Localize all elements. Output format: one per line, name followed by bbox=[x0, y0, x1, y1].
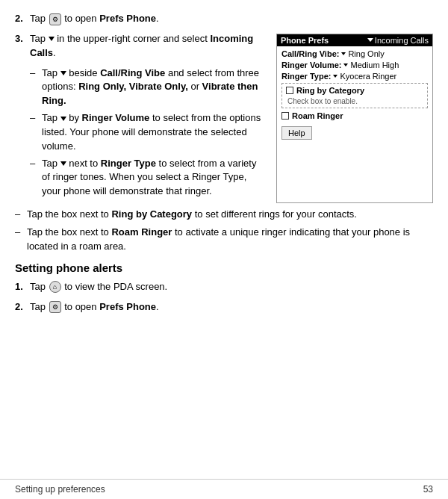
section-heading: Setting phone alerts bbox=[15, 261, 433, 274]
home-icon: ⌂ bbox=[49, 281, 61, 293]
section2-step2-block: 2. Tap ⚙ to open Prefs Phone. bbox=[15, 300, 433, 314]
roam-ringer-row: Roam Ringer bbox=[281, 111, 428, 120]
dash-item-5: – Tap the box next to Roam Ringer to act… bbox=[15, 226, 433, 254]
call-ring-vibe-row: Call/Ring Vibe: Ring Only bbox=[281, 49, 428, 58]
step-2-block: 2. Tap ⚙ to open Prefs Phone. bbox=[15, 12, 433, 26]
sub-content-1: Tap beside Call/Ring Vibe and select fro… bbox=[42, 66, 264, 109]
gear-icon: ⚙ bbox=[49, 13, 61, 25]
call-ring-value-text: Ring Only bbox=[348, 49, 384, 58]
sub-dash-2: – bbox=[30, 111, 42, 154]
call-ring-dropdown bbox=[341, 52, 346, 55]
sub-steps: – Tap beside Call/Ring Vibe and select f… bbox=[30, 66, 264, 199]
footer-right: 53 bbox=[423, 484, 433, 495]
ringer-volume-label: Ringer Volume: bbox=[281, 61, 341, 69]
phone-prefs-box: Phone Prefs Incoming Calls Call/Ring Vib… bbox=[276, 34, 433, 203]
ringer-type-dropdown bbox=[333, 75, 337, 78]
ringer-type-value: Kyocera Ringer bbox=[333, 72, 396, 81]
section2-step1-text: Tap ⌂ to view the PDA screen. bbox=[30, 280, 433, 294]
incoming-dropdown-icon bbox=[367, 38, 373, 42]
ring-options-bold: Ring Only, Vibrate Only, bbox=[78, 81, 188, 92]
call-ring-vibe-bold: Call/Ring Vibe bbox=[100, 67, 165, 78]
section2-step1-block: 1. Tap ⌂ to view the PDA screen. bbox=[15, 280, 433, 294]
step-3-text-column: 3. Tap in the upper-right corner and sel… bbox=[15, 32, 264, 203]
gear-icon-2: ⚙ bbox=[49, 301, 61, 313]
call-ring-vibe-value: Ring Only bbox=[341, 49, 384, 58]
ring-by-category-header: Ring by Category bbox=[286, 86, 423, 95]
step-3-block: 3. Tap in the upper-right corner and sel… bbox=[15, 32, 264, 61]
sub-dash-3: – bbox=[30, 157, 42, 199]
ring-by-category-checkbox[interactable] bbox=[286, 87, 293, 94]
dropdown-icon bbox=[49, 37, 55, 41]
roam-ringer-bold: Roam Ringer bbox=[111, 226, 172, 238]
dash-sym-4: – bbox=[15, 208, 27, 222]
step-3-text: Tap in the upper-right corner and select… bbox=[30, 32, 264, 61]
dash-item-4: – Tap the box next to Ring by Category t… bbox=[15, 208, 433, 222]
ringer-type-value-text: Kyocera Ringer bbox=[340, 72, 396, 81]
page-content: 2. Tap ⚙ to open Prefs Phone. 3. Tap in … bbox=[0, 0, 448, 332]
sub-step-3: – Tap next to Ringer Type to select from… bbox=[30, 157, 264, 199]
ringer-volume-value-text: Medium High bbox=[350, 61, 399, 69]
ringer-volume-value: Medium High bbox=[343, 61, 399, 69]
dash-txt-4: Tap the box next to Ring by Category to … bbox=[27, 208, 433, 222]
sub-content-3: Tap next to Ringer Type to select from a… bbox=[42, 157, 264, 199]
ring-by-category-bold: Ring by Category bbox=[111, 208, 192, 220]
dropdown-icon-4 bbox=[60, 161, 66, 166]
ringer-type-label: Ringer Type: bbox=[281, 72, 331, 81]
dash-txt-5: Tap the box next to Roam Ringer to activ… bbox=[27, 226, 433, 254]
call-ring-vibe-label: Call/Ring Vibe: bbox=[281, 49, 339, 58]
ring-by-category-box: Ring by Category Check box to enable. bbox=[281, 83, 428, 108]
dash-items-remaining: – Tap the box next to Ring by Category t… bbox=[15, 208, 433, 254]
sub-step-2: – Tap by Ringer Volume to select from th… bbox=[30, 111, 264, 154]
check-note: Check box to enable. bbox=[286, 97, 423, 105]
dash-sym-5: – bbox=[15, 226, 27, 254]
ringer-type-bold: Ringer Type bbox=[101, 158, 156, 169]
step-3-inline: 3. Tap in the upper-right corner and sel… bbox=[15, 32, 433, 203]
phone-prefs-body: Call/Ring Vibe: Ring Only Ringer Volume:… bbox=[277, 46, 432, 143]
step-2-text: Tap ⚙ to open Prefs Phone. bbox=[30, 12, 433, 26]
ringer-type-row: Ringer Type: Kyocera Ringer bbox=[281, 72, 428, 81]
sub-step-1: – Tap beside Call/Ring Vibe and select f… bbox=[30, 66, 264, 109]
dropdown-icon-3 bbox=[60, 117, 66, 121]
section2-step1-number: 1. bbox=[15, 280, 30, 294]
incoming-calls-text: Incoming Calls bbox=[375, 36, 429, 45]
ringer-volume-bold: Ringer Volume bbox=[82, 112, 150, 123]
sub-dash-1: – bbox=[30, 66, 42, 109]
sub-content-2: Tap by Ringer Volume to select from the … bbox=[42, 111, 264, 154]
ring-by-category-label: Ring by Category bbox=[296, 86, 364, 95]
step-3-number: 3. bbox=[15, 32, 30, 61]
roam-ringer-checkbox[interactable] bbox=[281, 112, 289, 120]
incoming-calls-label: Incoming Calls bbox=[30, 33, 253, 58]
ringer-volume-row: Ringer Volume: Medium High bbox=[281, 61, 428, 69]
section2-step2-number: 2. bbox=[15, 300, 30, 314]
roam-ringer-label: Roam Ringer bbox=[292, 111, 343, 120]
incoming-calls-header: Incoming Calls bbox=[367, 36, 429, 45]
step-2-number: 2. bbox=[15, 12, 30, 26]
section2-step2-text: Tap ⚙ to open Prefs Phone. bbox=[30, 300, 433, 314]
footer-left: Setting up preferences bbox=[15, 484, 105, 495]
section2-prefs-phone-label: Prefs Phone bbox=[99, 301, 156, 312]
help-button[interactable]: Help bbox=[281, 126, 312, 140]
phone-prefs-title: Phone Prefs bbox=[281, 36, 329, 45]
phone-prefs-header: Phone Prefs Incoming Calls bbox=[277, 34, 432, 46]
footer-bar: Setting up preferences 53 bbox=[0, 479, 448, 499]
prefs-phone-label: Prefs Phone bbox=[99, 13, 156, 24]
dropdown-icon-2 bbox=[60, 71, 66, 75]
ringer-volume-dropdown bbox=[343, 63, 348, 66]
